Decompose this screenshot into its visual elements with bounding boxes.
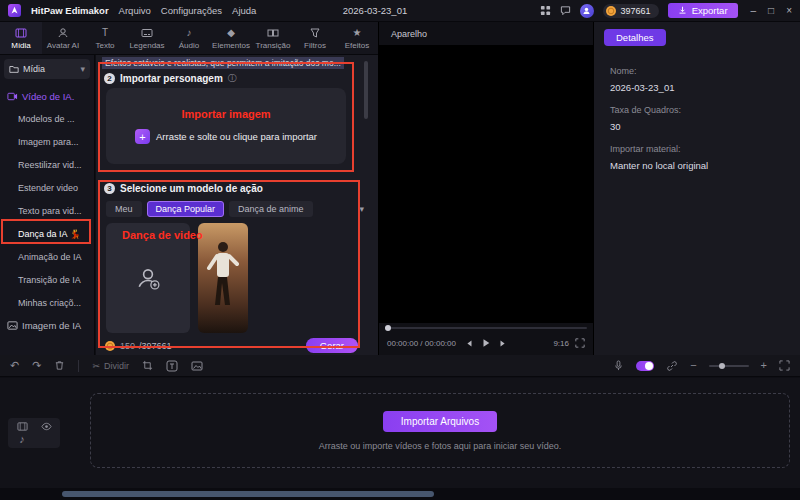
dance-model-thumbnail[interactable]: [198, 223, 248, 333]
model-tab-danca-anime[interactable]: Dança de anime: [229, 201, 313, 217]
next-frame-icon[interactable]: [499, 339, 508, 348]
chevron-down-icon: ▾: [80, 64, 85, 74]
sidebar-section-video-ia[interactable]: Vídeo de IA.: [4, 85, 90, 107]
preview-controls: 00:00:00 / 00:00:00 9:16: [387, 336, 585, 352]
credits-badge[interactable]: 397661: [603, 4, 659, 18]
tab-avatar-ai[interactable]: Avatar AI: [42, 22, 84, 54]
tab-transicao[interactable]: Transição: [252, 22, 294, 54]
text-icon: T: [102, 27, 108, 39]
elements-icon: ◆: [227, 27, 235, 39]
fit-timeline-icon[interactable]: [779, 360, 790, 371]
track-film-icon[interactable]: [17, 421, 28, 432]
play-icon[interactable]: [481, 338, 491, 348]
video-ai-icon: [7, 91, 18, 102]
aspect-ratio-selector[interactable]: 9:16: [553, 339, 569, 348]
coin-icon: [605, 5, 617, 17]
sidebar-section-imagem-ia[interactable]: Imagem de IA: [4, 314, 90, 336]
field-label-nome: Nome:: [610, 66, 790, 76]
media-dropdown[interactable]: Mídia ▾: [4, 59, 90, 79]
sidebar-item-reestilizar[interactable]: Reestilizar vid...: [4, 153, 90, 176]
credits-count: 397661: [621, 6, 651, 16]
scrubber-handle[interactable]: [385, 325, 391, 331]
generate-button[interactable]: Gerar: [306, 338, 358, 353]
custom-model-card[interactable]: [106, 223, 190, 333]
import-character-dropzone[interactable]: Importar imagem + Arraste e solte ou cli…: [106, 88, 346, 164]
microphone-icon[interactable]: [613, 360, 624, 371]
undo-icon[interactable]: ↶: [10, 360, 19, 371]
panel-scrollbar[interactable]: [364, 61, 368, 119]
subtitles-icon: [141, 27, 153, 39]
export-button[interactable]: Exportar: [668, 3, 738, 18]
menu-arquivo[interactable]: Arquivo: [119, 5, 151, 16]
chevron-down-icon[interactable]: ▾: [359, 204, 364, 214]
delete-icon[interactable]: [54, 360, 65, 371]
feedback-chat-icon[interactable]: [560, 5, 571, 16]
preview-scrubber[interactable]: [385, 327, 587, 329]
coin-icon: [104, 340, 116, 352]
link-icon[interactable]: [666, 360, 678, 372]
tab-texto[interactable]: T Texto: [84, 22, 126, 54]
apps-grid-icon[interactable]: [540, 5, 551, 16]
close-button[interactable]: ×: [786, 5, 792, 16]
field-value-nome: 2026-03-23_01: [610, 82, 790, 93]
ripple-toggle[interactable]: [636, 361, 654, 371]
redo-icon[interactable]: ↷: [32, 360, 41, 371]
tab-audio[interactable]: ♪ Áudio: [168, 22, 210, 54]
zoom-in-icon[interactable]: +: [761, 360, 767, 371]
zoom-out-icon[interactable]: −: [690, 360, 696, 371]
model-tab-danca-popular[interactable]: Dança Popular: [147, 201, 225, 217]
timeline-hint: Arraste ou importe vídeos e fotos aqui p…: [319, 441, 562, 451]
split-button[interactable]: ✂ Dividir: [92, 361, 129, 371]
sidebar-item-danca-ia[interactable]: Dança da IA 💃: [4, 222, 90, 245]
device-label: Aparelho: [391, 29, 427, 39]
sidebar-item-modelos[interactable]: Modelos de ...: [4, 107, 90, 130]
minimize-button[interactable]: –: [751, 5, 757, 16]
previous-frame-icon[interactable]: [464, 339, 473, 348]
track-header: ♪: [8, 418, 60, 448]
toolbar-divider: [78, 360, 79, 372]
import-files-button[interactable]: Importar Arquivos: [383, 411, 497, 432]
effects-icon: ★: [353, 27, 362, 39]
tab-efeitos[interactable]: ★ Efeitos: [336, 22, 378, 54]
annotation-label-importar-imagem: Importar imagem: [181, 108, 270, 120]
tab-elementos[interactable]: ◆ Elementos: [210, 22, 252, 54]
track-audio-icon[interactable]: ♪: [19, 434, 25, 445]
model-card-list: [106, 223, 248, 333]
maximize-button[interactable]: □: [768, 5, 774, 16]
model-tab-meu[interactable]: Meu: [106, 201, 142, 217]
menu-ajuda[interactable]: Ajuda: [232, 5, 256, 16]
horizontal-scrollbar[interactable]: [62, 491, 434, 497]
add-text-icon[interactable]: [166, 360, 178, 372]
sidebar-item-transicao-ia[interactable]: Transição de IA: [4, 268, 90, 291]
timeline-toolbar: ↶ ↷ ✂ Dividir − +: [0, 355, 800, 377]
timeline-area: ♪ Importar Arquivos Arraste ou importe v…: [0, 378, 800, 488]
menu-configuracoes[interactable]: Configurações: [161, 5, 222, 16]
model-category-tabs: Meu Dança Popular Dança de anime ▾: [106, 201, 364, 217]
tab-filtros[interactable]: Filtros: [294, 22, 336, 54]
sidebar-item-estender[interactable]: Estender video: [4, 176, 90, 199]
tab-detalhes[interactable]: Detalhes: [604, 29, 666, 46]
sidebar-item-imagem-para[interactable]: Imagem para...: [4, 130, 90, 153]
sidebar-item-texto-para[interactable]: Texto para vid...: [4, 199, 90, 222]
info-icon[interactable]: ⓘ: [228, 72, 237, 85]
ribbon-tabs: Mídia Avatar AI T Texto Legendas ♪ Áudio…: [0, 22, 378, 55]
tab-midia[interactable]: Mídia: [0, 22, 42, 54]
media-icon: [15, 27, 27, 39]
sidebar-item-minhas-criacoes[interactable]: Minhas criaçõ...: [4, 291, 90, 314]
titlebar: HitPaw Edimakor Arquivo Configurações Aj…: [0, 0, 800, 22]
user-avatar[interactable]: [580, 4, 594, 18]
track-eye-icon[interactable]: [41, 421, 52, 432]
timecode: 00:00:00 / 00:00:00: [387, 339, 456, 348]
field-label-taxa: Taxa de Quadros:: [610, 105, 790, 115]
pip-image-icon[interactable]: [191, 360, 203, 372]
zoom-slider[interactable]: [709, 365, 749, 367]
crop-icon[interactable]: [142, 360, 153, 371]
tab-legendas[interactable]: Legendas: [126, 22, 168, 54]
sidebar-item-animacao[interactable]: Animação de IA: [4, 245, 90, 268]
zoom-slider-handle[interactable]: [719, 363, 725, 369]
fullscreen-icon[interactable]: [575, 338, 585, 348]
person-add-icon: [133, 263, 163, 293]
image-ai-icon: [7, 320, 18, 331]
app-logo-icon: [8, 4, 21, 17]
timeline-dropzone[interactable]: Importar Arquivos Arraste ou importe víd…: [90, 393, 790, 468]
